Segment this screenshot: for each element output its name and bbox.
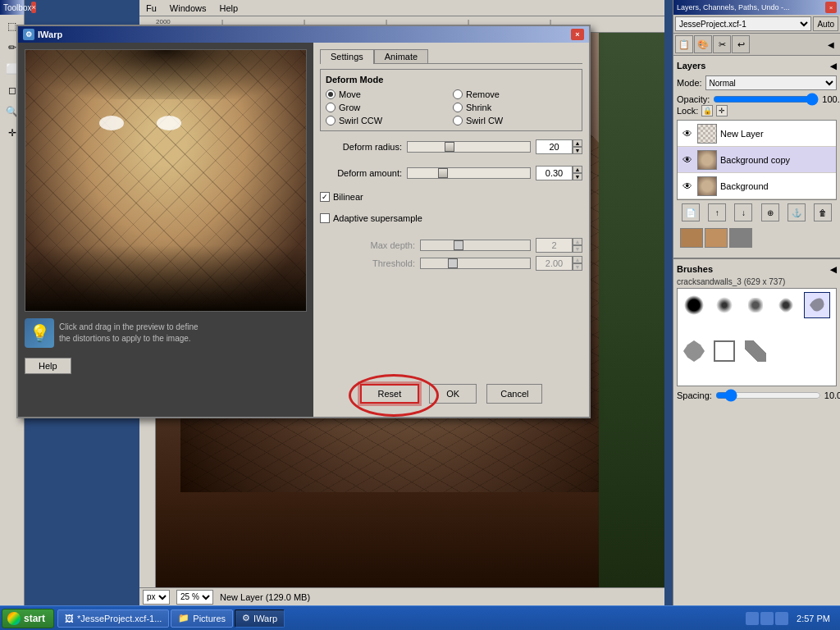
- adaptive-label: Adaptive supersample: [333, 213, 422, 223]
- tab-settings[interactable]: Settings: [320, 49, 374, 64]
- auto-button[interactable]: Auto: [813, 16, 838, 31]
- taskbar-item-2[interactable]: ⚙ IWarp: [235, 609, 285, 628]
- raise-layer-btn[interactable]: ↑: [708, 203, 726, 221]
- radio-shrink[interactable]: Shrink: [453, 103, 577, 112]
- lower-layer-btn[interactable]: ↓: [734, 203, 752, 221]
- channels-tab-icon[interactable]: 🎨: [694, 35, 712, 53]
- brush-item-7[interactable]: [711, 338, 737, 364]
- toolbox-close-btn[interactable]: ×: [31, 2, 35, 13]
- panel-collapse-btn[interactable]: ◀: [824, 35, 838, 53]
- max-depth-spinners: ▲ ▼: [573, 238, 582, 253]
- radio-swirl-ccw[interactable]: Swirl CCW: [326, 116, 450, 126]
- radio-move-label: Move: [339, 89, 361, 99]
- layer-eye-new[interactable]: 👁: [681, 127, 694, 140]
- delete-layer-btn[interactable]: 🗑: [814, 203, 832, 221]
- deform-radius-thumb[interactable]: [445, 142, 454, 152]
- max-depth-thumb: [454, 240, 463, 250]
- brush-item-6[interactable]: [681, 338, 707, 364]
- right-panel: Layers, Channels, Paths, Undo -... × Jes…: [673, 0, 840, 605]
- brush-item-1[interactable]: [681, 292, 707, 318]
- opacity-slider[interactable]: [713, 94, 819, 105]
- layer-item-new[interactable]: 👁 New Layer: [678, 121, 836, 147]
- deform-radius-up[interactable]: ▲: [573, 139, 582, 147]
- brush-item-4[interactable]: [773, 292, 799, 318]
- deform-radius-slider[interactable]: [407, 141, 531, 153]
- ok-button[interactable]: OK: [429, 384, 477, 404]
- brushes-section: Brushes ◀ cracksandwalls_3 (629 x 737): [673, 258, 840, 404]
- taskbar: start 🖼 *JesseProject.xcf-1... 📁 Picture…: [0, 605, 840, 630]
- brush-item-2[interactable]: [711, 292, 737, 318]
- bilinear-checkbox[interactable]: ✓: [320, 192, 330, 202]
- cancel-button[interactable]: Cancel: [486, 384, 542, 404]
- deform-amount-value[interactable]: 0.30: [536, 166, 573, 180]
- zoom-selector[interactable]: 25 %: [176, 590, 213, 605]
- radio-grow-circle: [326, 103, 336, 112]
- adaptive-checkbox[interactable]: [320, 213, 330, 223]
- taskbar-item-0[interactable]: 🖼 *JesseProject.xcf-1...: [57, 609, 169, 628]
- anchor-layer-btn[interactable]: ⚓: [788, 203, 806, 221]
- layer-item-bg[interactable]: 👁 Background: [678, 173, 836, 199]
- new-layer-btn[interactable]: 📄: [682, 203, 700, 221]
- zoom-select[interactable]: 25 %: [176, 590, 213, 605]
- lock-pixel-btn[interactable]: 🔒: [701, 105, 713, 116]
- max-depth-label: Max depth:: [333, 240, 415, 250]
- undo-tab-icon[interactable]: ↩: [732, 35, 750, 53]
- deform-amount-thumb[interactable]: [438, 168, 448, 178]
- radio-remove[interactable]: Remove: [453, 89, 577, 99]
- bilinear-row: ✓ Bilinear: [320, 192, 582, 202]
- brush-item-8[interactable]: [742, 338, 769, 364]
- swatch-2[interactable]: [705, 228, 728, 248]
- deform-amount-up[interactable]: ▲: [573, 166, 582, 173]
- brush-item-3[interactable]: [742, 292, 769, 318]
- radio-move[interactable]: Move: [326, 89, 450, 99]
- spacing-slider[interactable]: [715, 390, 821, 401]
- deform-mode-title: Deform Mode: [326, 75, 577, 84]
- deform-amount-slider[interactable]: [407, 167, 531, 179]
- layer-item-bg-copy[interactable]: 👁 Background copy: [678, 147, 836, 173]
- radio-swirl-cw[interactable]: Swirl CW: [453, 116, 577, 126]
- menu-help[interactable]: Help: [212, 0, 244, 16]
- taskbar-item-1[interactable]: 📁 Pictures: [171, 609, 233, 628]
- brushes-collapse-btn[interactable]: ◀: [830, 265, 837, 274]
- duplicate-layer-btn[interactable]: ⊕: [761, 203, 779, 221]
- dialog-titlebar: ⚙ IWarp ×: [18, 26, 589, 43]
- swatch-3[interactable]: [729, 228, 752, 248]
- tab-animate[interactable]: Animate: [374, 49, 428, 63]
- deform-amount-down[interactable]: ▼: [573, 173, 582, 180]
- threshold-label: Threshold:: [333, 258, 415, 268]
- layer-eye-bg-copy[interactable]: 👁: [681, 153, 694, 167]
- mode-selector[interactable]: Normal: [705, 75, 837, 90]
- start-button[interactable]: start: [2, 609, 54, 628]
- layers-tab-icon[interactable]: 📋: [675, 35, 693, 53]
- radio-grow-label: Grow: [339, 103, 360, 112]
- radio-move-circle: [326, 89, 336, 99]
- dialog-close-btn[interactable]: ×: [571, 29, 584, 40]
- reset-button[interactable]: Reset: [360, 384, 420, 404]
- layer-eye-bg[interactable]: 👁: [681, 180, 694, 193]
- paths-tab-icon[interactable]: ✂: [713, 35, 731, 53]
- unit-selector[interactable]: px: [143, 590, 170, 605]
- project-selector[interactable]: JesseProject.xcf-1: [675, 16, 811, 31]
- panel-close-btn[interactable]: ×: [825, 2, 837, 13]
- layers-mode-row: Mode: Normal: [677, 75, 837, 90]
- layer-thumb-new: [697, 124, 717, 144]
- lock-pos-btn[interactable]: ✛: [716, 105, 728, 116]
- adaptive-row: Adaptive supersample: [320, 213, 582, 223]
- menu-fu[interactable]: Fu: [139, 0, 163, 16]
- toolbox-title-label: Toolbox: [3, 3, 31, 12]
- opacity-value: 100.0: [822, 94, 840, 104]
- preview-image[interactable]: [25, 49, 307, 312]
- threshold-spinners: ▲ ▼: [573, 256, 582, 271]
- menu-windows[interactable]: Windows: [163, 0, 213, 16]
- layers-collapse-btn[interactable]: ◀: [830, 62, 837, 71]
- status-bar: px 25 % New Layer (129.0 MB): [139, 587, 664, 605]
- preview-bottom-area: 💡 Click and drag in the preview to defin…: [25, 315, 307, 351]
- unit-select[interactable]: px: [143, 590, 170, 605]
- brush-item-5[interactable]: [804, 292, 830, 318]
- deform-radius-row: Deform radius: 20 ▲ ▼: [320, 139, 582, 154]
- radio-grow[interactable]: Grow: [326, 103, 450, 112]
- help-button[interactable]: Help: [25, 358, 71, 374]
- deform-radius-value[interactable]: 20: [536, 139, 573, 154]
- deform-radius-down[interactable]: ▼: [573, 147, 582, 154]
- swatch-1[interactable]: [680, 228, 703, 248]
